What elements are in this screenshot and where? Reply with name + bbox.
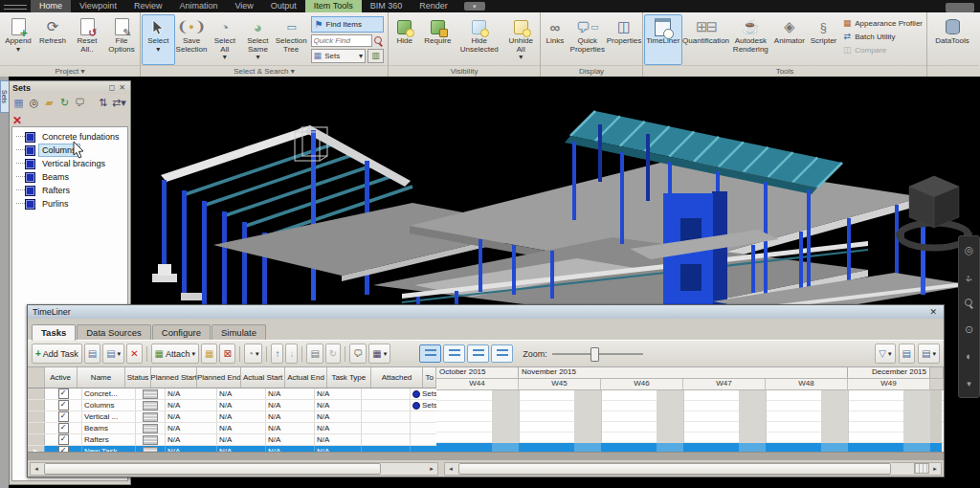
appearance-profiler-button[interactable]: ▦ Appearance Profiler (842, 18, 923, 28)
look-icon[interactable]: ◐ (966, 350, 972, 362)
menu-tab-view[interactable]: View (226, 0, 261, 12)
update-icon[interactable]: ↻ (58, 97, 71, 109)
steering-wheel-icon[interactable]: ◎ (965, 244, 974, 255)
file-options-button[interactable]: ✎ File Options (104, 14, 139, 65)
scrollbar-grip[interactable] (914, 463, 929, 474)
unhide-all-button[interactable]: Unhide All ▾ (502, 14, 539, 65)
datatools-button[interactable]: DataTools (928, 14, 976, 65)
task-row-beams[interactable]: ✓BeamsN/AN/AN/AN/A (28, 423, 436, 434)
set-item-beams[interactable]: Beams (16, 170, 127, 184)
links-button[interactable]: ∞ Links (542, 14, 568, 65)
active-checkbox[interactable]: ✓ (58, 423, 69, 433)
folder-icon[interactable]: ▰ (43, 97, 56, 109)
import-export-icon[interactable]: ⇄▾ (112, 97, 124, 109)
select-tool-icon[interactable]: ▾ (967, 378, 971, 389)
show-planned-actual-toggle[interactable] (491, 344, 513, 363)
active-checkbox[interactable]: ✓ (58, 434, 69, 445)
select-same-button[interactable]: ◕ Select Same ▾ (241, 14, 275, 65)
active-checkbox[interactable]: ✓ (58, 400, 69, 410)
menu-tab-animation[interactable]: Animation (170, 0, 226, 12)
sets-dropdown[interactable]: ▦ Sets ▾ (311, 49, 366, 63)
reset-all-button[interactable]: ↺ Reset All.. (70, 14, 104, 65)
set-item-columns[interactable]: Columns (16, 144, 127, 157)
filter-dropdown[interactable]: ▽▾ (875, 344, 895, 364)
menu-tab-viewpoint[interactable]: Viewpoint (71, 0, 125, 12)
quick-properties-button[interactable]: 🗩▭ Quick Properties (568, 14, 607, 65)
active-checkbox[interactable]: ✓ (58, 388, 69, 399)
zoom-icon[interactable] (965, 299, 973, 307)
clear-attachment-button[interactable]: ⊠ (219, 344, 234, 364)
find-items-button[interactable]: ⚑ Find Items (311, 16, 384, 33)
show-planned-toggle[interactable] (443, 344, 465, 363)
insert-task-dropdown[interactable]: ▤▾ (102, 344, 124, 364)
save-selection-icon[interactable]: ▦ (12, 97, 25, 109)
show-gantt-toggle[interactable] (419, 344, 441, 363)
menu-tab-item-tools[interactable]: Item Tools (305, 0, 362, 12)
auto-attach-dropdown[interactable]: ◔▾ (244, 344, 263, 364)
active-checkbox[interactable]: ✓ (58, 411, 69, 422)
print-button[interactable]: ▤ (306, 344, 323, 364)
comment-button[interactable]: 🗩 (349, 344, 367, 364)
zoom-slider-thumb[interactable] (590, 347, 599, 362)
quick-find-input[interactable] (311, 34, 372, 47)
move-up-button[interactable]: ↑ (271, 344, 283, 364)
quantification-button[interactable]: ⊞⊟ Quantification (682, 14, 730, 65)
timeliner-tab-configure[interactable]: Configure (152, 324, 211, 340)
find-icon[interactable]: ◎ (28, 97, 40, 109)
compare-button[interactable]: ◫ Compare (842, 45, 923, 55)
table-scrollbar[interactable]: ◂▸ (30, 462, 438, 476)
task-row-rafters[interactable]: ✓RaftersN/AN/AN/AN/A (28, 434, 436, 446)
hide-unselected-button[interactable]: Hide Unselected (456, 14, 502, 65)
refresh-tasks-button[interactable]: ↻ (325, 344, 341, 364)
move-down-button[interactable]: ↓ (285, 344, 298, 364)
pan-icon[interactable]: ↔↕ (964, 272, 974, 283)
delete-set-icon[interactable]: ✕ (12, 114, 22, 127)
close-icon[interactable]: ✕ (117, 83, 127, 92)
menu-tab-home[interactable]: Home (31, 0, 71, 12)
export-schedule-button[interactable]: ▤ (899, 344, 915, 364)
selection-tree-button[interactable]: ▭ Selection Tree (275, 14, 308, 65)
batch-utility-button[interactable]: ⇄ Batch Utility (842, 32, 923, 41)
task-row-concret-[interactable]: ✓Concret...N/AN/AN/AN/ASets->Conc... (28, 388, 436, 400)
select-button[interactable]: Select ▾ (142, 14, 175, 65)
save-selection-button[interactable]: ❨●❩ Save Selection (175, 14, 209, 65)
timeliner-tab-data-sources[interactable]: Data Sources (77, 324, 151, 340)
zoom-slider[interactable] (552, 347, 643, 360)
timeliner-close-icon[interactable]: ✕ (927, 307, 939, 317)
gantt-scrollbar[interactable]: ◂▸ (444, 462, 942, 476)
animator-button[interactable]: ◈ Animator (771, 14, 808, 65)
timeliner-titlebar[interactable]: TimeLiner ✕ (28, 305, 944, 319)
show-actual-toggle[interactable] (467, 344, 489, 363)
timeliner-button[interactable]: TimeLiner (644, 14, 682, 65)
refresh-button[interactable]: ⟳ Refresh (35, 14, 70, 65)
task-row-columns[interactable]: ✓ColumnsN/AN/AN/AN/ASets->Colu... (28, 400, 436, 411)
task-row-vertical-[interactable]: ✓Vertical ...N/AN/AN/AN/A (28, 411, 436, 423)
autodesk-rendering-button[interactable]: ☕ Autodesk Rendering (730, 14, 772, 65)
timeliner-tab-tasks[interactable]: Tasks (32, 324, 76, 341)
sort-icon[interactable]: ⇅ (97, 97, 109, 109)
dock-icon[interactable]: ◻ (107, 83, 118, 92)
attach-set-button[interactable]: ▦ (201, 344, 217, 364)
append-button[interactable]: + Append ▾ (1, 14, 35, 65)
app-menu-icon[interactable] (4, 2, 27, 11)
menu-tab-review[interactable]: Review (125, 0, 171, 12)
menu-tab-bim-360[interactable]: BIM 360 (362, 0, 412, 12)
set-item-vertical-bracings[interactable]: Vertical bracings (16, 157, 127, 170)
set-item-rafters[interactable]: Rafters (16, 184, 127, 197)
menu-tab-output[interactable]: Output (262, 0, 305, 12)
quick-find-search-icon[interactable] (374, 36, 383, 45)
add-task-button[interactable]: + Add Task (32, 344, 82, 364)
timeliner-tab-simulate[interactable]: Simulate (212, 324, 266, 340)
insert-task-button[interactable]: ▤ (84, 344, 100, 364)
selection-sets-button[interactable]: ▥ (368, 49, 384, 63)
hide-button[interactable]: Hide (390, 14, 420, 65)
set-item-purlins[interactable]: Purlins (16, 197, 127, 211)
set-item-concrete-fundations[interactable]: Concrete fundations (16, 130, 127, 144)
attach-button[interactable]: ▦ Attach▾ (151, 344, 199, 364)
menu-tab-render[interactable]: Render (411, 0, 457, 12)
properties-button[interactable]: ◫ Properties (607, 14, 641, 65)
delete-task-button[interactable]: ✕ (126, 344, 142, 364)
export-dropdown[interactable]: ▤▾ (918, 344, 940, 364)
gantt-body[interactable] (436, 390, 944, 453)
scripter-button[interactable]: § Scripter (808, 14, 840, 65)
